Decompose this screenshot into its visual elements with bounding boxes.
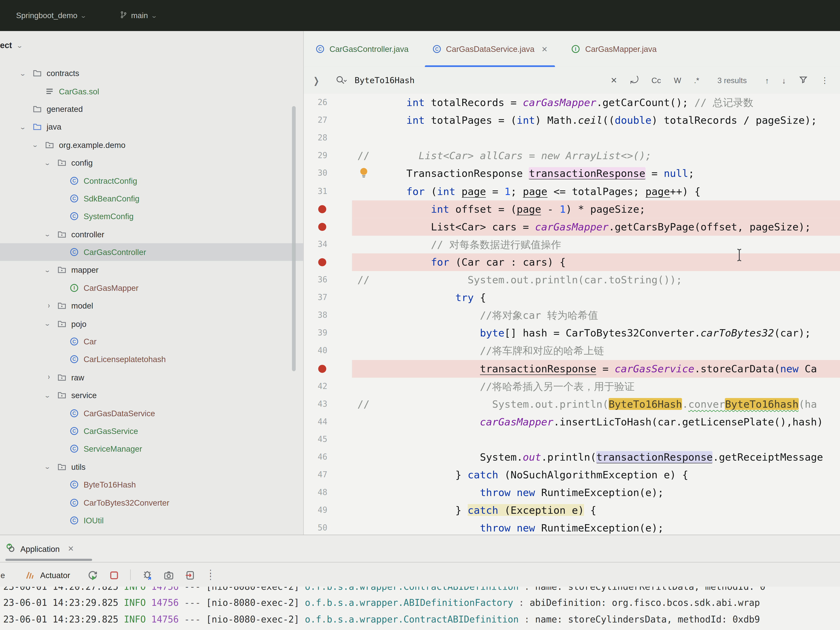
- tree-item-service[interactable]: ⌄service: [0, 386, 303, 404]
- project-panel-header[interactable]: ect ⌄: [0, 38, 22, 52]
- code-line-34[interactable]: 34 // 对每条数据进行赋值操作: [304, 235, 840, 253]
- tree-item-mapper[interactable]: ⌄mapper: [0, 261, 303, 279]
- regex-toggle[interactable]: .*: [694, 76, 699, 85]
- line-number[interactable]: 29: [304, 147, 357, 164]
- line-number[interactable]: [304, 253, 357, 271]
- line-number[interactable]: 28: [304, 129, 357, 147]
- tree-item-cartobytes32converter[interactable]: CCarToBytes32Converter: [0, 494, 303, 512]
- tree-item-generated[interactable]: generated: [0, 100, 303, 118]
- chevron-right-icon[interactable]: ⌄: [44, 302, 51, 309]
- code-line-47[interactable]: 47 } catch (NoSuchAlgorithmException e) …: [304, 466, 840, 484]
- line-number[interactable]: 46: [304, 448, 357, 466]
- chevron-down-icon[interactable]: ⌄: [44, 267, 51, 273]
- code-line-35[interactable]: for (Car car : cars) {: [304, 253, 840, 271]
- line-number[interactable]: 42: [304, 377, 357, 395]
- close-icon[interactable]: ✕: [68, 545, 74, 553]
- chevron-down-icon[interactable]: ⌄: [19, 124, 26, 130]
- line-number[interactable]: 44: [304, 413, 357, 431]
- chevron-down-icon[interactable]: ⌄: [19, 70, 26, 76]
- tree-item-car[interactable]: CCar: [0, 333, 303, 351]
- code-line-42[interactable]: 42 //将哈希插入另一个表，用于验证: [304, 377, 840, 395]
- search-icon[interactable]: [335, 76, 347, 85]
- tree-scrollbar[interactable]: [292, 106, 295, 371]
- more-options-icon[interactable]: ⋮: [821, 76, 829, 85]
- code-line-32[interactable]: int offset = (page - 1) * pageSize;: [304, 200, 840, 218]
- tree-item-servicemanager[interactable]: CServiceManager: [0, 440, 303, 458]
- run-console[interactable]: 23-06-01 14:20:27.825 INFO 14756 --- [ni…: [0, 587, 840, 630]
- chevron-down-icon[interactable]: ⌄: [44, 159, 51, 166]
- tab-cargascontroller-java[interactable]: CCarGasController.java: [304, 31, 420, 67]
- run-tab-application[interactable]: Application ✕: [5, 535, 74, 562]
- stop-icon[interactable]: [109, 570, 119, 580]
- tree-item-contractconfig[interactable]: CContractConfig: [0, 172, 303, 189]
- chevron-down-icon[interactable]: ⌄: [44, 231, 51, 237]
- line-number[interactable]: 27: [304, 112, 357, 129]
- tree-item-systemconfig[interactable]: CSystemConfig: [0, 207, 303, 225]
- line-number[interactable]: 49: [304, 502, 357, 519]
- line-number[interactable]: [304, 200, 357, 218]
- chevron-down-icon[interactable]: ⌄: [44, 392, 51, 398]
- chevron-right-icon[interactable]: ⌄: [44, 374, 51, 381]
- clear-search-icon[interactable]: ✕: [611, 76, 617, 85]
- code-line-26[interactable]: 26 int totalRecords = carGasMapper.getCa…: [304, 94, 840, 112]
- tree-item-utils[interactable]: ⌄utils: [0, 458, 303, 476]
- line-number[interactable]: 36: [304, 271, 357, 289]
- vcs-branch-widget[interactable]: main ⌄: [119, 10, 157, 21]
- tree-item-carlicenseplatetohash[interactable]: CCarLicenseplatetohash: [0, 351, 303, 368]
- match-case-toggle[interactable]: Cc: [652, 76, 661, 85]
- code-line-33[interactable]: List<Car> cars = carGasMapper.getCarsByP…: [304, 218, 840, 235]
- thread-dump-camera-icon[interactable]: [163, 570, 174, 580]
- code-line-28[interactable]: 28: [304, 129, 840, 147]
- close-icon[interactable]: ✕: [542, 45, 548, 53]
- code-line-37[interactable]: 37 try {: [304, 289, 840, 306]
- search-input[interactable]: ByteTo16Hash: [355, 76, 415, 85]
- code-editor[interactable]: 26 int totalRecords = carGasMapper.getCa…: [304, 94, 840, 535]
- line-number[interactable]: 34: [304, 235, 357, 253]
- tree-item-org-example-demo[interactable]: ⌄org.example.demo: [0, 136, 303, 154]
- tree-item-cargasservice[interactable]: CCarGasService: [0, 422, 303, 440]
- line-number[interactable]: 45: [304, 431, 357, 448]
- whole-words-toggle[interactable]: W: [674, 76, 681, 85]
- tree-item-cargas-sol[interactable]: CarGas.sol: [0, 82, 303, 100]
- code-line-31[interactable]: 31 for (int page = 1; page <= totalPages…: [304, 183, 840, 200]
- line-number[interactable]: 39: [304, 324, 357, 342]
- line-number[interactable]: 38: [304, 306, 357, 324]
- tree-item-cargascontroller[interactable]: CCarGasController: [0, 243, 303, 261]
- project-switcher[interactable]: Springboot_demo ⌄: [16, 11, 86, 20]
- tree-item-model[interactable]: ⌄model: [0, 297, 303, 315]
- code-line-43[interactable]: 43// System.out.println(ByteTo16Hash.con…: [304, 395, 840, 413]
- rerun-icon[interactable]: [87, 570, 98, 580]
- more-icon[interactable]: ⋮⋮: [206, 572, 215, 578]
- tree-item-contracts[interactable]: ⌄contracts: [0, 65, 303, 82]
- code-line-30[interactable]: 30 TransactionResponse transactionRespon…: [304, 164, 840, 182]
- tree-item-ioutil[interactable]: CIOUtil: [0, 512, 303, 529]
- breakpoint-icon[interactable]: [318, 205, 326, 213]
- next-occurrence-icon[interactable]: ↓: [782, 76, 786, 85]
- code-line-48[interactable]: 48 throw new RuntimeException(e);: [304, 484, 840, 502]
- chevron-down-icon[interactable]: ⌄: [44, 321, 51, 327]
- code-line-29[interactable]: 29// List<Car> allCars = new ArrayList<>…: [304, 147, 840, 164]
- tree-item-cargasdataservice[interactable]: CCarGasDataService: [0, 404, 303, 422]
- tree-item-controller[interactable]: ⌄controller: [0, 225, 303, 243]
- code-line-39[interactable]: 39 byte[] hash = CarToBytes32Converter.c…: [304, 324, 840, 342]
- tab-cargasdataservice-java[interactable]: CCarGasDataService.java✕: [420, 31, 559, 67]
- code-line-38[interactable]: 38 //将对象car 转为哈希值: [304, 306, 840, 324]
- line-number[interactable]: 48: [304, 484, 357, 502]
- line-number[interactable]: 26: [304, 94, 357, 112]
- attach-debugger-icon[interactable]: [142, 570, 152, 580]
- tree-item-byteto16hash[interactable]: CByteTo16Hash: [0, 475, 303, 494]
- code-line-46[interactable]: 46 System.out.println(transactionRespons…: [304, 448, 840, 466]
- tree-item-java[interactable]: ⌄java: [0, 118, 303, 136]
- code-line-40[interactable]: 40 //将车牌和对应的哈希上链: [304, 342, 840, 360]
- line-number[interactable]: 47: [304, 466, 357, 484]
- line-number[interactable]: [304, 360, 357, 377]
- code-line-45[interactable]: 45: [304, 431, 840, 448]
- breakpoint-icon[interactable]: [318, 365, 326, 373]
- line-number[interactable]: [304, 218, 357, 235]
- tree-item-config[interactable]: ⌄config: [0, 154, 303, 172]
- tree-item-sdkbeanconfig[interactable]: CSdkBeanConfig: [0, 189, 303, 207]
- chevron-down-icon[interactable]: ⌄: [32, 142, 38, 148]
- code-line-41[interactable]: transactionResponse = carGasService.stor…: [304, 360, 840, 377]
- filter-icon[interactable]: [799, 75, 808, 85]
- actuator-tab-label[interactable]: Actuator: [40, 570, 70, 579]
